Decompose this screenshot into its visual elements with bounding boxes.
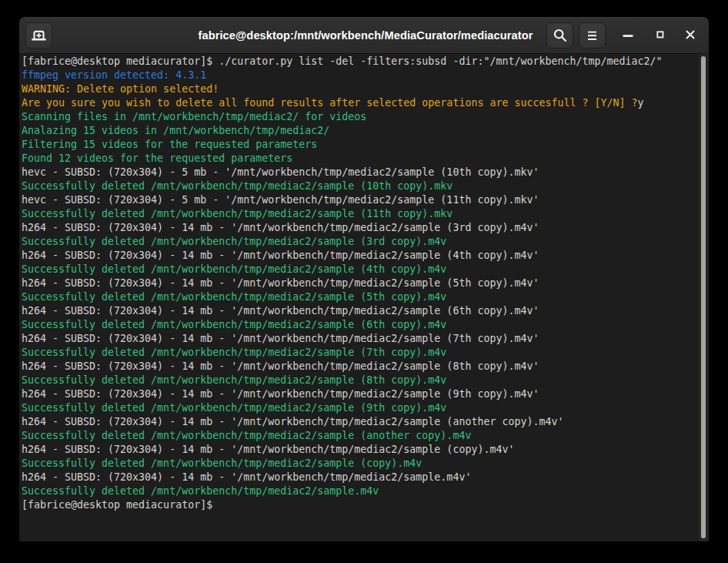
scrollbar-track[interactable] xyxy=(699,54,709,541)
terminal-line: h264 - SUBSD: (720x304) - 14 mb - '/mnt/… xyxy=(22,415,698,429)
minimize-icon xyxy=(623,29,633,42)
terminal-line: h264 - SUBSD: (720x304) - 14 mb - '/mnt/… xyxy=(22,249,698,263)
terminal-line: Successfully deleted /mnt/workbench/tmp/… xyxy=(22,207,698,221)
terminal-line: h264 - SUBSD: (720x304) - 14 mb - '/mnt/… xyxy=(22,304,698,318)
terminal-line: h264 - SUBSD: (720x304) - 14 mb - '/mnt/… xyxy=(22,387,698,401)
maximize-icon xyxy=(655,29,666,42)
headerbar: fabrice@desktop:/mnt/workbench/MediaCura… xyxy=(19,17,709,54)
terminal-line: hevc - SUBSD: (720x304) - 5 mb - '/mnt/w… xyxy=(22,166,698,179)
terminal-line: Successfully deleted /mnt/workbench/tmp/… xyxy=(22,179,698,193)
terminal-line: Found 12 videos for the requested parame… xyxy=(22,152,698,166)
close-icon xyxy=(685,29,696,42)
maximize-button[interactable] xyxy=(651,27,670,45)
hamburger-menu-icon xyxy=(588,31,596,41)
terminal-line: Successfully deleted /mnt/workbench/tmp/… xyxy=(22,401,698,415)
terminal-line: Filtering 15 videos for the requested pa… xyxy=(22,138,698,152)
terminal-output: [fabrice@desktop mediacurator]$ ./curato… xyxy=(22,55,698,541)
terminal-line: Scanning files in /mnt/workbench/tmp/med… xyxy=(22,110,698,124)
terminal-line: hevc - SUBSD: (720x304) - 5 mb - '/mnt/w… xyxy=(22,193,698,207)
terminal-line: h264 - SUBSD: (720x304) - 14 mb - '/mnt/… xyxy=(22,360,698,374)
terminal-line: Successfully deleted /mnt/workbench/tmp/… xyxy=(22,263,698,276)
menu-button[interactable] xyxy=(579,22,606,49)
terminal-window: fabrice@desktop:/mnt/workbench/MediaCura… xyxy=(19,17,709,541)
scrollbar-thumb[interactable] xyxy=(701,56,706,538)
new-tab-button[interactable] xyxy=(25,22,52,49)
terminal-screen[interactable]: [fabrice@desktop mediacurator]$ ./curato… xyxy=(19,54,709,541)
terminal-line: Successfully deleted /mnt/workbench/tmp/… xyxy=(22,457,698,471)
tab-new-icon xyxy=(32,29,46,42)
terminal-line: h264 - SUBSD: (720x304) - 14 mb - '/mnt/… xyxy=(22,276,698,290)
close-button[interactable] xyxy=(681,27,700,45)
terminal-line: h264 - SUBSD: (720x304) - 14 mb - '/mnt/… xyxy=(22,471,698,484)
minimize-button[interactable] xyxy=(619,27,637,45)
terminal-line: Successfully deleted /mnt/workbench/tmp/… xyxy=(22,484,698,498)
terminal-line: Successfully deleted /mnt/workbench/tmp/… xyxy=(22,290,698,304)
terminal-line: ffmpeg version detected: 4.3.1 xyxy=(22,69,698,82)
terminal-line: h264 - SUBSD: (720x304) - 14 mb - '/mnt/… xyxy=(22,221,698,235)
terminal-line: Are you sure you wish to delete all foun… xyxy=(22,96,698,110)
terminal-line: Analazing 15 videos in /mnt/workbench/tm… xyxy=(22,124,698,138)
terminal-line: [fabrice@desktop mediacurator]$ xyxy=(22,498,698,512)
search-button[interactable] xyxy=(546,22,573,49)
terminal-line: Successfully deleted /mnt/workbench/tmp/… xyxy=(22,374,698,387)
terminal-line: Successfully deleted /mnt/workbench/tmp/… xyxy=(22,235,698,249)
terminal-line: WARNING: Delete option selected! xyxy=(22,82,698,96)
desktop-background: { "window": { "title": "fabrice@desktop:… xyxy=(0,0,728,563)
terminal-line: h264 - SUBSD: (720x304) - 14 mb - '/mnt/… xyxy=(22,332,698,346)
terminal-line: h264 - SUBSD: (720x304) - 14 mb - '/mnt/… xyxy=(22,443,698,457)
terminal-line: Successfully deleted /mnt/workbench/tmp/… xyxy=(22,346,698,360)
terminal-line: Successfully deleted /mnt/workbench/tmp/… xyxy=(22,318,698,332)
terminal-line: [fabrice@desktop mediacurator]$ ./curato… xyxy=(22,55,698,69)
terminal-line: Successfully deleted /mnt/workbench/tmp/… xyxy=(22,429,698,443)
search-icon xyxy=(553,28,567,42)
